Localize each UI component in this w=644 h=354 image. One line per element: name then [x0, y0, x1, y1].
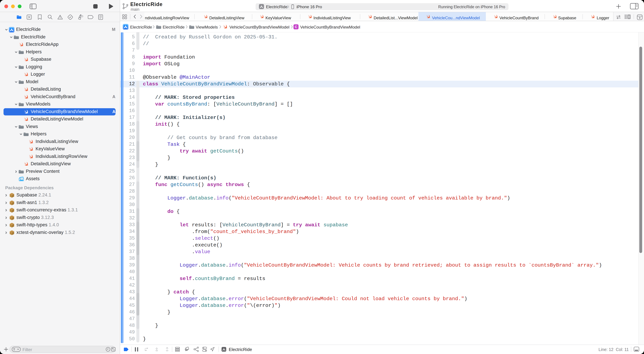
svg-text:C: C [295, 25, 297, 29]
